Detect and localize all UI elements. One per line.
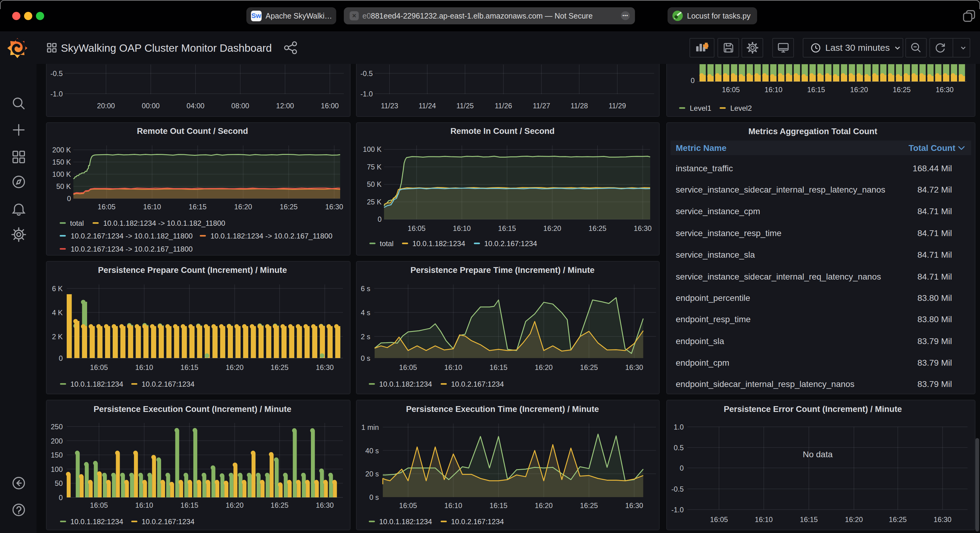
svg-text:16:20: 16:20	[845, 516, 863, 523]
svg-text:6 K: 6 K	[52, 285, 63, 293]
svg-text:16:05: 16:05	[710, 516, 728, 523]
svg-text:16:25: 16:25	[271, 501, 289, 509]
svg-text:200 K: 200 K	[52, 146, 71, 154]
svg-text:84.71 Mil: 84.71 Mil	[917, 228, 952, 238]
svg-text:16:10: 16:10	[143, 203, 161, 211]
svg-text:16:20: 16:20	[850, 86, 868, 94]
svg-text:16:00: 16:00	[321, 102, 339, 110]
svg-text:16:05: 16:05	[722, 86, 740, 94]
svg-text:10.0.2.167:1234 -> 10.0.1.182_: 10.0.2.167:1234 -> 10.0.1.182_11800	[71, 232, 193, 240]
svg-text:25 K: 25 K	[367, 198, 382, 206]
svg-text:6 s: 6 s	[361, 285, 370, 293]
svg-text:0 s: 0 s	[361, 354, 370, 362]
svg-text:40 s: 40 s	[366, 447, 379, 455]
svg-text:endpoint_resp_time: endpoint_resp_time	[676, 314, 751, 324]
svg-text:16:25: 16:25	[580, 363, 598, 371]
svg-text:75 K: 75 K	[367, 163, 382, 171]
svg-text:service_instance_resp_time: service_instance_resp_time	[676, 228, 781, 238]
svg-text:0: 0	[59, 494, 63, 502]
svg-text:250: 250	[51, 423, 63, 431]
svg-text:10.0.2.167:1234: 10.0.2.167:1234	[451, 517, 504, 526]
svg-text:16:20: 16:20	[234, 203, 252, 211]
svg-text:Metric Name: Metric Name	[676, 143, 727, 153]
svg-text:0: 0	[680, 464, 684, 472]
svg-text:16:30: 16:30	[325, 203, 343, 211]
svg-text:10.0.1.182:1234: 10.0.1.182:1234	[70, 380, 123, 388]
svg-text:11/28: 11/28	[570, 102, 588, 110]
svg-text:service_instance_cpm: service_instance_cpm	[676, 206, 760, 216]
svg-text:10.0.2.167:1234: 10.0.2.167:1234	[142, 517, 195, 526]
svg-text:100: 100	[51, 465, 63, 473]
svg-text:Remote In Count / Second: Remote In Count / Second	[450, 126, 555, 136]
svg-text:150 K: 150 K	[52, 158, 71, 166]
svg-text:service_instance_sidecar_inter: service_instance_sidecar_internal_resp_l…	[676, 185, 885, 194]
svg-text:16:15: 16:15	[189, 203, 207, 211]
svg-text:00:00: 00:00	[142, 102, 160, 110]
svg-text:0: 0	[691, 77, 695, 84]
svg-text:83.80 Mil: 83.80 Mil	[917, 293, 952, 303]
svg-text:20:00: 20:00	[97, 102, 115, 110]
svg-text:83.80 Mil: 83.80 Mil	[917, 314, 952, 324]
svg-text:50: 50	[55, 479, 63, 487]
svg-text:Metrics Aggregation Total Coun: Metrics Aggregation Total Count	[748, 127, 877, 136]
svg-text:-0.5: -0.5	[51, 70, 63, 78]
svg-text:84.71 Mil: 84.71 Mil	[917, 206, 952, 216]
svg-text:Persistence Execution Time (In: Persistence Execution Time (Increment) /…	[406, 405, 599, 414]
svg-text:100 K: 100 K	[52, 170, 71, 178]
svg-text:Remote Out Count / Second: Remote Out Count / Second	[137, 126, 248, 136]
svg-text:83.79 Mil: 83.79 Mil	[917, 336, 952, 346]
svg-text:16:25: 16:25	[589, 225, 607, 232]
svg-text:1.0: 1.0	[674, 423, 684, 431]
svg-text:150: 150	[51, 451, 63, 459]
svg-text:200: 200	[51, 437, 63, 445]
svg-text:instance_traffic: instance_traffic	[676, 164, 733, 173]
svg-text:11/26: 11/26	[495, 102, 512, 110]
svg-text:16:20: 16:20	[226, 363, 243, 371]
svg-text:11/27: 11/27	[533, 102, 550, 110]
svg-text:service_instance_sla: service_instance_sla	[676, 250, 755, 260]
svg-text:16:30: 16:30	[634, 225, 652, 232]
svg-text:16:30: 16:30	[316, 363, 334, 371]
svg-text:10.0.1.182:1234 -> 10.0.1.182_: 10.0.1.182:1234 -> 10.0.1.182_11800	[103, 219, 225, 227]
svg-text:83.79 Mil: 83.79 Mil	[917, 379, 952, 389]
svg-text:10.0.1.182:1234: 10.0.1.182:1234	[379, 517, 432, 526]
svg-text:16:20: 16:20	[226, 501, 243, 509]
svg-text:16:05: 16:05	[90, 363, 108, 371]
svg-text:11/24: 11/24	[418, 102, 436, 110]
svg-text:16:25: 16:25	[280, 203, 298, 211]
svg-text:16:15: 16:15	[490, 363, 508, 371]
svg-text:-0.5: -0.5	[671, 485, 684, 493]
svg-text:endpoint_percentile: endpoint_percentile	[676, 293, 750, 303]
svg-text:16:30: 16:30	[936, 86, 954, 94]
svg-text:0.5: 0.5	[674, 444, 684, 452]
svg-text:16:10: 16:10	[135, 501, 153, 509]
svg-text:16:15: 16:15	[490, 502, 508, 509]
svg-text:total: total	[380, 240, 393, 247]
svg-text:16:10: 16:10	[444, 363, 462, 371]
svg-text:04:00: 04:00	[187, 102, 205, 110]
svg-text:83.79 Mil: 83.79 Mil	[917, 358, 952, 368]
svg-text:16:10: 16:10	[765, 86, 783, 94]
svg-text:-1.0: -1.0	[361, 90, 373, 98]
svg-text:16:25: 16:25	[271, 363, 289, 371]
svg-text:100 K: 100 K	[363, 146, 382, 153]
svg-text:endpoint_cpm: endpoint_cpm	[676, 358, 729, 368]
svg-text:0: 0	[59, 354, 63, 362]
svg-text:endpoint_sla: endpoint_sla	[676, 336, 724, 346]
svg-text:Level1: Level1	[690, 104, 711, 112]
svg-text:16:30: 16:30	[625, 363, 643, 371]
svg-text:0 s: 0 s	[369, 493, 379, 501]
svg-text:16:15: 16:15	[181, 501, 199, 509]
svg-text:10.0.1.182:1234: 10.0.1.182:1234	[412, 240, 465, 247]
svg-text:16:05: 16:05	[399, 502, 417, 509]
svg-text:10.0.1.182:1234: 10.0.1.182:1234	[379, 380, 432, 388]
svg-text:16:05: 16:05	[90, 501, 108, 509]
svg-text:-0.5: -0.5	[361, 70, 373, 78]
svg-text:16:10: 16:10	[453, 225, 471, 232]
svg-text:10.0.2.167:1234: 10.0.2.167:1234	[451, 380, 504, 388]
svg-text:16:15: 16:15	[181, 363, 199, 371]
svg-text:11/23: 11/23	[381, 102, 398, 110]
svg-text:16:05: 16:05	[408, 225, 426, 232]
svg-text:Persistence Prepare Count (Inc: Persistence Prepare Count (Increment) / …	[98, 265, 287, 275]
svg-text:endpoint_sidecar_internal_resp: endpoint_sidecar_internal_resp_latency_n…	[676, 379, 854, 389]
